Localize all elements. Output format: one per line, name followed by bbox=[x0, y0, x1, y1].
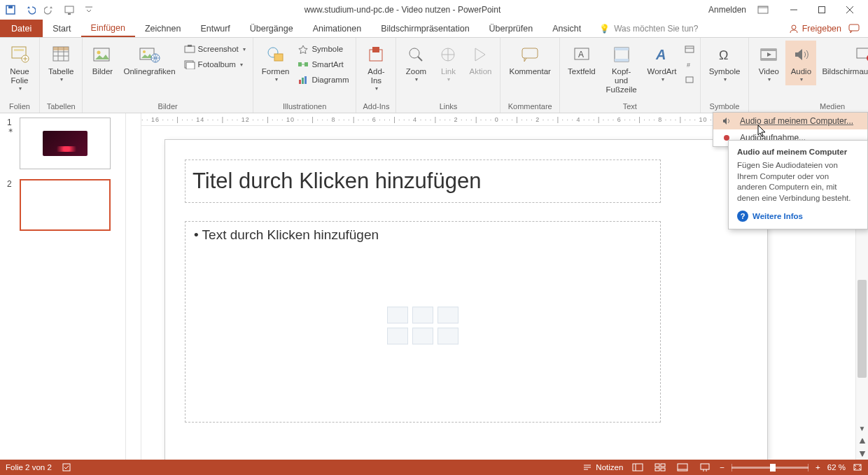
ribbon-display-options-icon[interactable] bbox=[757, 6, 769, 14]
insert-table-icon[interactable] bbox=[387, 306, 408, 323]
smartart-button[interactable]: SmartArt bbox=[295, 57, 351, 71]
svg-rect-35 bbox=[298, 62, 302, 66]
share-button[interactable]: Freigeben bbox=[789, 24, 841, 34]
comment-icon bbox=[519, 43, 541, 66]
zoom-level[interactable]: 62 % bbox=[827, 463, 846, 472]
svg-rect-73 bbox=[661, 468, 665, 471]
tab-bildschirmpraesentation[interactable]: Bildschirmpräsentation bbox=[371, 20, 479, 37]
zoom-in-button[interactable]: + bbox=[816, 463, 820, 472]
comments-pane-icon[interactable] bbox=[848, 24, 860, 34]
tabelle-button[interactable]: Tabelle ▾ bbox=[44, 41, 78, 85]
svg-rect-60 bbox=[761, 58, 776, 60]
zoom-out-button[interactable]: − bbox=[720, 463, 724, 472]
wordart-button[interactable]: A WordArt ▾ bbox=[644, 41, 680, 85]
redo-icon[interactable] bbox=[42, 2, 57, 17]
aktion-button[interactable]: Aktion bbox=[465, 41, 496, 79]
tooltip-more-link[interactable]: ? Weitere Infos bbox=[737, 211, 859, 222]
tab-ueberpruefen[interactable]: Überprüfen bbox=[479, 20, 543, 37]
slideshow-view-button[interactable] bbox=[697, 461, 713, 474]
fit-to-window-button[interactable] bbox=[853, 463, 862, 472]
bildschirmaufzeichnung-button[interactable]: Bildschirmaufzeichnung bbox=[818, 41, 868, 79]
prev-slide-icon[interactable]: ⯅ bbox=[856, 434, 868, 447]
kommentar-button[interactable]: Kommentar bbox=[505, 41, 554, 79]
svg-point-43 bbox=[410, 48, 419, 58]
group-medien: Video ▾ Audio ▾ Bildschirmaufzeichnung M… bbox=[749, 38, 868, 113]
tab-einfuegen[interactable]: Einfügen bbox=[81, 20, 135, 37]
audio-button[interactable]: Audio ▾ bbox=[785, 41, 816, 85]
object-button[interactable] bbox=[682, 73, 696, 87]
photo-album-icon bbox=[184, 59, 195, 70]
video-button[interactable]: Video ▾ bbox=[753, 41, 784, 85]
zoom-button[interactable]: Zoom ▾ bbox=[400, 41, 431, 85]
slide-number-button[interactable]: # bbox=[682, 57, 696, 71]
zoom-slider[interactable] bbox=[732, 467, 808, 469]
symbole-button[interactable]: Ω Symbole ▾ bbox=[705, 41, 745, 85]
svg-text:A: A bbox=[655, 47, 666, 62]
symbole-button[interactable]: Symbole bbox=[295, 42, 351, 56]
tab-ansicht[interactable]: Ansicht bbox=[542, 20, 591, 37]
group-folien: Neue Folie ▾ Folien bbox=[0, 38, 40, 113]
vertical-ruler bbox=[126, 113, 141, 460]
svg-point-25 bbox=[97, 51, 101, 55]
group-tabellen: Tabelle ▾ Tabellen bbox=[40, 38, 83, 113]
screenshot-button[interactable]: Screenshot▾ bbox=[181, 42, 248, 56]
reading-view-button[interactable] bbox=[675, 461, 690, 474]
omega-icon: Ω bbox=[713, 43, 736, 66]
content-placeholder[interactable]: • Text durch Klicken hinzufügen bbox=[185, 221, 661, 423]
save-icon[interactable] bbox=[3, 2, 18, 17]
undo-icon[interactable] bbox=[22, 2, 38, 17]
group-kommentare: Kommentar Kommentare bbox=[500, 38, 559, 113]
ribbon-tabs: Datei Start Einfügen Zeichnen Entwurf Üb… bbox=[0, 20, 868, 38]
tab-zeichnen[interactable]: Zeichnen bbox=[135, 20, 190, 37]
audio-on-my-pc-item[interactable]: Audio auf meinem Computer... bbox=[713, 113, 867, 129]
qat-customize-icon[interactable] bbox=[81, 2, 97, 17]
tell-me-search[interactable]: 💡 Was möchten Sie tun? bbox=[599, 20, 698, 37]
scrollbar-thumb[interactable] bbox=[858, 280, 867, 378]
slideshow-start-icon[interactable] bbox=[62, 2, 77, 17]
diagramm-button[interactable]: Diagramm bbox=[295, 73, 351, 87]
neue-folie-button[interactable]: Neue Folie ▾ bbox=[4, 41, 35, 94]
spellcheck-icon[interactable] bbox=[62, 462, 73, 472]
normal-view-button[interactable] bbox=[630, 461, 645, 474]
scroll-down-icon[interactable]: ▼ bbox=[856, 422, 868, 434]
textbox-icon: A bbox=[570, 43, 593, 66]
slide-thumb-2[interactable]: 2 bbox=[7, 179, 118, 231]
insert-chart-icon[interactable] bbox=[412, 306, 433, 323]
date-time-button[interactable] bbox=[682, 42, 696, 56]
kopf-fusszeile-button[interactable]: Kopf- und Fußzeile bbox=[601, 41, 643, 98]
textfeld-button[interactable]: A Textfeld bbox=[564, 41, 599, 79]
tab-file[interactable]: Datei bbox=[0, 20, 43, 37]
link-button[interactable]: Link ▾ bbox=[433, 41, 463, 85]
tab-start[interactable]: Start bbox=[43, 20, 80, 37]
notes-button[interactable]: Notizen bbox=[582, 463, 623, 472]
tab-entwurf[interactable]: Entwurf bbox=[190, 20, 239, 37]
formen-button[interactable]: Formen ▾ bbox=[258, 41, 294, 85]
addins-button[interactable]: Add- Ins ▾ bbox=[360, 41, 391, 94]
insert-video-icon[interactable] bbox=[438, 327, 458, 344]
insert-online-picture-icon[interactable] bbox=[412, 327, 433, 344]
svg-rect-12 bbox=[849, 24, 859, 31]
maximize-button[interactable] bbox=[808, 0, 836, 20]
title-placeholder[interactable]: Titel durch Klicken hinzufügen bbox=[185, 159, 661, 203]
bilder-button[interactable]: Bilder bbox=[87, 41, 118, 79]
sign-in-link[interactable]: Anmelden bbox=[708, 5, 746, 15]
close-button[interactable] bbox=[836, 0, 864, 20]
insert-smartart-icon[interactable] bbox=[438, 306, 458, 323]
smartart-icon bbox=[298, 59, 309, 70]
svg-rect-59 bbox=[761, 49, 776, 51]
tab-uebergaenge[interactable]: Übergänge bbox=[240, 20, 303, 37]
minimize-button[interactable] bbox=[780, 0, 808, 20]
lightbulb-icon: 💡 bbox=[599, 24, 610, 34]
video-icon bbox=[757, 43, 780, 66]
svg-rect-50 bbox=[615, 48, 629, 50]
tab-animationen[interactable]: Animationen bbox=[303, 20, 372, 37]
slide-canvas[interactable]: Titel durch Klicken hinzufügen • Text du… bbox=[165, 140, 767, 460]
title-bar: www.studium-und-pc.de - Video nutzen - P… bbox=[0, 0, 868, 20]
onlinegrafiken-button[interactable]: Onlinegrafiken bbox=[119, 41, 179, 79]
next-slide-icon[interactable]: ⯆ bbox=[856, 447, 868, 460]
slide-sorter-view-button[interactable] bbox=[652, 461, 668, 474]
slide-thumbnails-panel[interactable]: 1 ✶ 2 bbox=[0, 113, 126, 460]
insert-picture-icon[interactable] bbox=[387, 327, 408, 344]
slide-thumb-1[interactable]: 1 ✶ bbox=[7, 118, 118, 169]
fotoalbum-button[interactable]: Fotoalbum▾ bbox=[181, 57, 248, 71]
